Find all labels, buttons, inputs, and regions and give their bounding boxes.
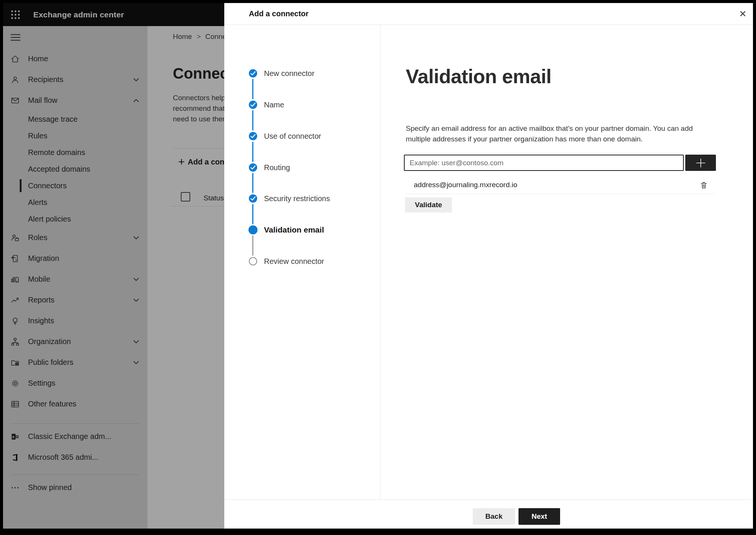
- step-page-heading: Validation email: [406, 65, 551, 88]
- wizard-step-review-connector[interactable]: Review connector: [264, 257, 324, 265]
- step-connector-line: [252, 79, 253, 99]
- step-connector-line: [252, 204, 253, 224]
- step-connector-line: [252, 236, 253, 256]
- dialog-footer: Back Next: [224, 499, 753, 529]
- step-connector-line: [252, 173, 253, 193]
- step-status-icon-current: [248, 225, 258, 234]
- wizard-step-new-connector[interactable]: New connector: [264, 69, 314, 78]
- wizard-step-validation-email[interactable]: Validation email: [264, 226, 324, 234]
- step-description-line2: multiple addresses if your partner organ…: [406, 135, 643, 143]
- dialog-header: Add a connector ✕: [224, 3, 753, 25]
- step-description-line1: Specify an email address for an active m…: [406, 124, 693, 133]
- address-email-text: address@journaling.mxrecord.io: [414, 181, 517, 189]
- address-row: address@journaling.mxrecord.io: [406, 177, 716, 194]
- close-dialog-button[interactable]: ✕: [736, 7, 750, 21]
- step-status-icon-done: [249, 163, 257, 172]
- wizard-step-security-restrictions[interactable]: Security restrictions: [264, 194, 330, 203]
- address-list-divider: [405, 194, 716, 194]
- step-status-icon-done: [249, 194, 257, 203]
- back-button[interactable]: Back: [473, 508, 515, 525]
- wizard-step-name[interactable]: Name: [264, 101, 284, 109]
- exchange-admin-window: Exchange admin center HomeRecipientsMail…: [3, 3, 753, 529]
- add-connector-dialog: Add a connector ✕ New connectorNameUse o…: [224, 3, 753, 529]
- step-status-icon-done: [249, 101, 257, 109]
- step-status-icon-done: [249, 132, 257, 140]
- dialog-title: Add a connector: [249, 3, 309, 25]
- plus-icon: [696, 158, 706, 168]
- wizard-step-routing[interactable]: Routing: [264, 163, 290, 172]
- add-email-button[interactable]: [685, 155, 716, 171]
- wizard-steps-nav: New connectorNameUse of connectorRouting…: [224, 25, 380, 499]
- step-connector-line: [252, 110, 253, 130]
- validate-button[interactable]: Validate: [405, 197, 452, 212]
- step-connector-line: [252, 142, 253, 162]
- validation-email-input[interactable]: [404, 155, 684, 171]
- wizard-step-use-of-connector[interactable]: Use of connector: [264, 132, 321, 140]
- step-status-icon-done: [249, 69, 257, 78]
- next-button[interactable]: Next: [518, 508, 560, 525]
- delete-address-button[interactable]: [696, 178, 711, 193]
- step-status-icon-todo: [249, 257, 257, 265]
- screen: Exchange admin center HomeRecipientsMail…: [0, 0, 756, 535]
